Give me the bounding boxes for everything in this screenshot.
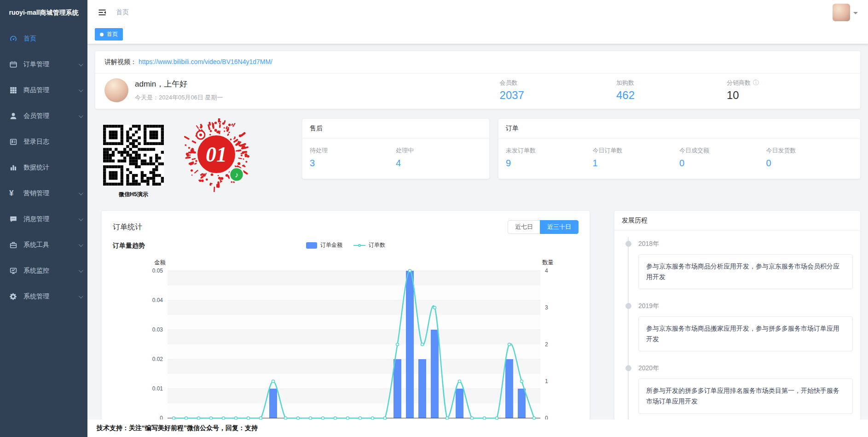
sidebar-item-label: 登录日志 <box>23 138 49 146</box>
svg-text:金额: 金额 <box>154 259 166 266</box>
sidebar-item-message[interactable]: 消息管理 <box>0 206 87 232</box>
gear-icon <box>9 292 17 301</box>
user-menu-caret-icon[interactable] <box>853 12 858 17</box>
breadcrumb: 首页 <box>116 8 129 17</box>
stat-加购数: 加购数462 <box>616 79 635 102</box>
sidebar-item-product[interactable]: 商品管理 <box>0 77 87 103</box>
main-column: 首页 首页 讲解视频：https://www.bilibili.com/vide… <box>87 0 868 437</box>
main-content: 讲解视频：https://www.bilibili.com/video/BV16… <box>87 44 868 437</box>
app-title: ruoyi-mall商城管理系统 <box>0 0 87 26</box>
sidebar-item-sys-manage[interactable]: 系统管理 <box>0 284 87 309</box>
chart-subheader: 订单量趋势 订单金额订单数 <box>102 236 590 252</box>
timeline-year: 2020年 <box>638 364 853 373</box>
bar-04-27 <box>418 359 426 418</box>
order-statistics-card: 订单统计 近七日近三十日 订单量趋势 订单金额订单数 00.010.020.03… <box>101 210 590 437</box>
range-button-group: 近七日近三十日 <box>508 220 579 234</box>
svg-text:4: 4 <box>545 268 548 274</box>
stat-value: 10 <box>727 89 759 102</box>
sidebar-item-login-log[interactable]: 登录日志 <box>0 129 87 155</box>
greeting-title: admin，上午好 <box>135 79 223 89</box>
timeline-dot <box>625 303 631 309</box>
timeline-entry-2020年: 2020年所参与开发的拼多多订单应用排名服务市场类目第一，开始快手服务市场订单应… <box>614 364 860 426</box>
sidebar-item-label: 数据统计 <box>23 163 49 172</box>
yen-icon: ¥ <box>9 189 17 198</box>
stat-label: 分销商数ⓘ <box>727 79 759 87</box>
timeline-entry-2019年: 2019年参与京东服务市场商品搬家应用开发，参与拼多多服务市场订单应用开发 <box>614 302 860 364</box>
svg-text:0.02: 0.02 <box>152 356 163 362</box>
stat-处理中: 处理中4 <box>396 146 482 169</box>
qr-zone: 微信H5演示 01♪ <box>95 118 294 198</box>
aftersale-stats: 待处理3处理中4 <box>302 139 489 169</box>
chart-subtitle: 订单量趋势 <box>113 242 145 249</box>
bar-04-28 <box>431 330 439 418</box>
sidebar-item-sys-tools[interactable]: 系统工具 <box>0 232 87 258</box>
product-grid-icon <box>9 86 17 94</box>
range-button-近三十日[interactable]: 近三十日 <box>540 220 579 234</box>
stat-今日订单数: 今日订单数1 <box>593 146 680 169</box>
stat-今日发货数: 今日发货数0 <box>766 146 853 169</box>
sidebar-item-sys-monitor[interactable]: 系统监控 <box>0 258 87 284</box>
legend-item-order-count[interactable]: 订单数 <box>353 241 385 249</box>
legend-label: 订单数 <box>369 241 385 249</box>
bar-04-30 <box>456 389 463 418</box>
member-icon <box>9 112 17 120</box>
stat-label: 今日成交额 <box>679 146 766 155</box>
order-card-title: 订单 <box>498 119 860 139</box>
tag-label: 首页 <box>107 30 118 38</box>
app-root: ruoyi-mall商城管理系统 首页订单管理商品管理会员管理登录日志数据统计¥… <box>0 0 868 437</box>
chevron-down-icon <box>79 113 83 118</box>
sidebar-toggle-button[interactable] <box>98 8 107 17</box>
monitor-icon <box>9 267 17 275</box>
sidebar-item-label: 订单管理 <box>23 60 49 69</box>
timeline-year: 2018年 <box>638 240 853 248</box>
stat-value: 3 <box>310 158 396 169</box>
video-row: 讲解视频：https://www.bilibili.com/video/BV16… <box>95 51 860 74</box>
svg-text:数量: 数量 <box>542 259 554 266</box>
timeline-text: 参与京东服务市场商品分析应用开发，参与京东服务市场会员积分应用开发 <box>638 254 853 289</box>
order-trend-chart: 00.010.020.030.040.0501234金额数量04-0704-08… <box>112 255 579 437</box>
stat-label: 会员数 <box>500 79 524 87</box>
timeline-year: 2019年 <box>638 302 853 310</box>
qr-label: 微信H5演示 <box>103 191 164 198</box>
stat-label: 处理中 <box>396 146 482 155</box>
row-qr-and-cards: 微信H5演示 01♪ 售后 待处理3处理中4 订单 未发订单数9今日订单数1今日… <box>95 118 861 198</box>
legend-item-order-amount[interactable]: 订单金额 <box>306 241 342 249</box>
stat-未发订单数: 未发订单数9 <box>506 146 593 169</box>
order-card: 订单 未发订单数9今日订单数1今日成交额0今日发货数0 <box>498 118 861 179</box>
sidebar-item-label: 首页 <box>23 35 36 43</box>
user-avatar[interactable] <box>833 4 850 21</box>
sidebar-item-marketing[interactable]: ¥营销管理 <box>0 181 87 206</box>
info-icon[interactable]: ⓘ <box>753 79 759 87</box>
line-series-swatch <box>353 245 365 246</box>
stat-value: 462 <box>616 89 635 102</box>
navbar-right <box>833 4 858 21</box>
stat-value: 1 <box>593 158 680 169</box>
timeline-text: 所参与开发的拼多多订单应用排名服务市场类目第一，开始快手服务市场订单应用开发 <box>638 379 853 414</box>
chevron-down-icon <box>79 62 83 66</box>
stat-label: 今日订单数 <box>593 146 680 155</box>
chevron-down-icon <box>79 268 83 273</box>
bar-04-25 <box>393 359 401 418</box>
sidebar-item-label: 商品管理 <box>23 86 49 94</box>
sidebar-item-label: 消息管理 <box>23 215 49 223</box>
video-link[interactable]: https://www.bilibili.com/video/BV16N4y1d… <box>139 58 272 65</box>
svg-text:3: 3 <box>545 304 548 311</box>
stat-今日成交额: 今日成交额0 <box>679 146 766 169</box>
aftersale-card: 售后 待处理3处理中4 <box>302 118 490 179</box>
chart-card-header: 订单统计 近七日近三十日 <box>102 211 590 236</box>
range-button-近七日[interactable]: 近七日 <box>508 220 540 234</box>
sidebar-item-label: 营销管理 <box>23 189 49 198</box>
sidebar-item-home[interactable]: 首页 <box>0 26 87 52</box>
wechat-h5-qrcode <box>103 125 164 186</box>
sidebar-item-order[interactable]: 订单管理 <box>0 52 87 77</box>
stat-value: 2037 <box>500 89 524 102</box>
tags-view-bar: 首页 <box>87 25 868 44</box>
stat-label: 加购数 <box>616 79 635 87</box>
svg-text:♪: ♪ <box>235 171 238 179</box>
row-chart-and-timeline: 订单统计 近七日近三十日 订单量趋势 订单金额订单数 00.010.020.03… <box>101 210 861 437</box>
sidebar-item-member[interactable]: 会员管理 <box>0 103 87 129</box>
greeting-row: admin，上午好 今天是：2024年05月06日 星期一 会员数2037加购数… <box>95 74 860 109</box>
tag-首页[interactable]: 首页 <box>95 28 123 41</box>
stat-value: 4 <box>396 158 482 169</box>
sidebar-item-data-stats[interactable]: 数据统计 <box>0 155 87 181</box>
